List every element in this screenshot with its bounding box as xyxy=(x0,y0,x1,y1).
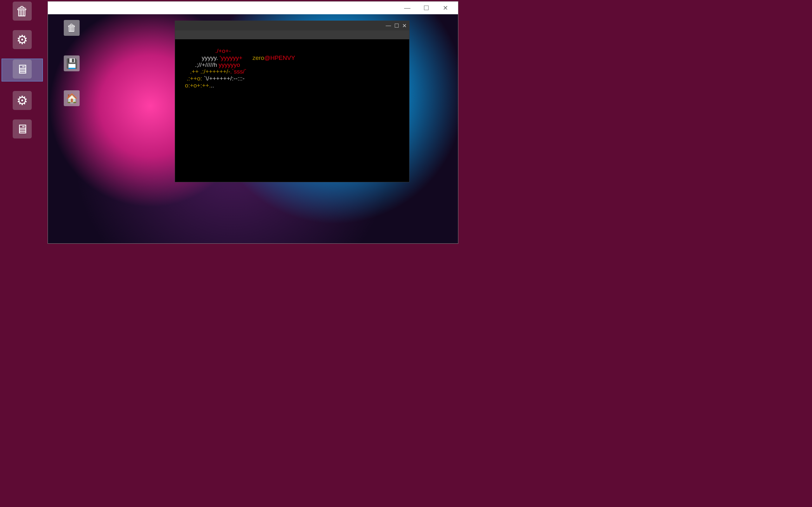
terminal-1[interactable]: — ☐ ✕ ./+o+- yyyyy. 'yyyyyy+ zero@HPENVY… xyxy=(175,20,409,182)
desktop-icon-xwsl1-desktop[interactable]: 🖥 xyxy=(2,119,43,138)
desktop-icon-xwsl2-desktop[interactable]: 🖥 xyxy=(2,59,43,81)
minimize-icon[interactable]: — xyxy=(398,4,417,12)
desktop-icon-recycle-bin[interactable]: 🗑 xyxy=(2,2,43,20)
close-icon[interactable]: ✕ xyxy=(436,4,455,12)
xfce-icon-home[interactable]: 🏠 xyxy=(54,90,89,107)
terminal-menu[interactable] xyxy=(175,31,409,39)
xfce-icon-filesystem[interactable]: 💾 xyxy=(54,55,89,72)
desktop-icon-xwsl2-console[interactable]: ⚙ xyxy=(2,30,43,49)
terminal-output: ./+o+- yyyyy. 'yyyyyy+ zero@HPENVY .;//+… xyxy=(175,39,409,90)
terminal-maximize-icon[interactable]: ☐ xyxy=(394,22,399,29)
terminal-close-icon[interactable]: ✕ xyxy=(402,22,407,29)
xfce-icon-trash[interactable]: 🗑 xyxy=(54,20,89,37)
desktop-icon-xwsl1-console[interactable]: ⚙ xyxy=(2,91,43,110)
rdp-window-1[interactable]: — ☐ ✕ 🗑 💾 🏠 — ☐ ✕ ./+o+- yyyyy. xyxy=(48,1,458,244)
terminal-minimize-icon[interactable]: — xyxy=(386,22,391,29)
maximize-icon[interactable]: ☐ xyxy=(417,4,436,12)
